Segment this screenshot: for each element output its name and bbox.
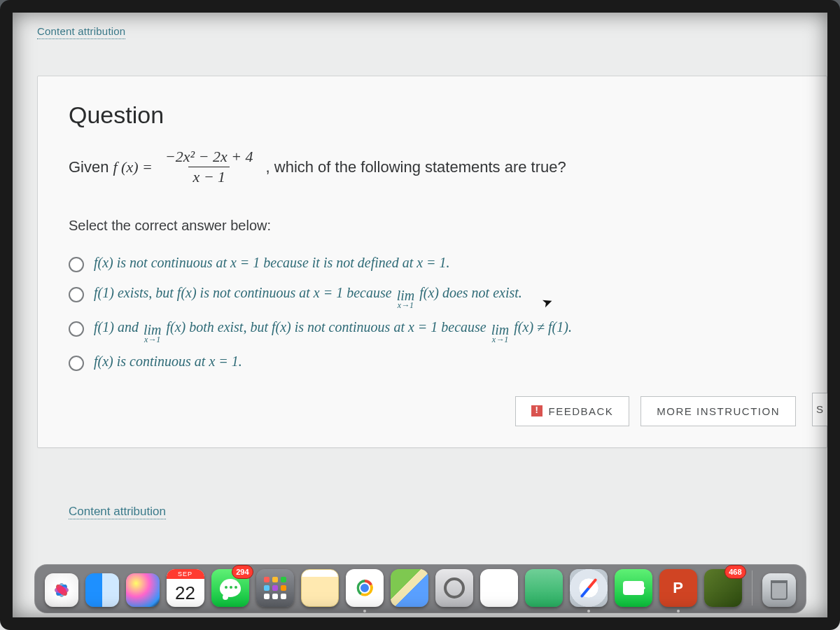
eagle-badge: 468 [724, 565, 746, 579]
option-c-text: f(1) and lim x→1 f(x) both exist, but f(… [94, 319, 572, 341]
question-heading: Question [69, 102, 796, 129]
option-b-text: f(1) exists, but f(x) is not continuous … [94, 285, 522, 307]
option-b[interactable]: f(1) exists, but f(x) is not continuous … [69, 285, 796, 307]
photos-flower-icon [49, 578, 74, 603]
gear-icon [444, 578, 465, 598]
siri-app-icon[interactable] [126, 573, 160, 607]
message-bubble-icon [220, 579, 241, 597]
camera-icon [623, 581, 644, 595]
feedback-label: FEEDBACK [548, 405, 613, 417]
settings-app-icon[interactable] [435, 569, 473, 607]
dock: SEP 22 294 [34, 564, 806, 613]
dock-container: SEP 22 294 [13, 553, 827, 617]
safari-app-icon[interactable] [570, 569, 608, 607]
select-prompt: Select the correct answer below: [69, 218, 796, 234]
limit-notation: lim x→1 [491, 323, 510, 344]
flag-icon [531, 405, 542, 416]
options-group: f(x) is not continuous at x = 1 because … [69, 255, 796, 371]
feedback-button[interactable]: FEEDBACK [515, 396, 629, 426]
eagle-app-icon[interactable]: 468 [704, 569, 742, 607]
message-dots-icon [225, 586, 237, 589]
finder-app-icon[interactable] [85, 573, 119, 607]
question-card: Question Given f (x) = −2x² − 2x + 4 x −… [37, 76, 827, 448]
stem-prefix: Given [69, 158, 108, 176]
radio-icon [69, 287, 84, 302]
option-c-pre: f(1) and [94, 319, 142, 335]
maps-app-icon[interactable] [391, 569, 428, 607]
trash-icon[interactable] [762, 573, 796, 607]
stem-fraction: −2x² − 2x + 4 x − 1 [161, 148, 258, 186]
facetime-app-icon[interactable] [615, 569, 652, 607]
more-instruction-button[interactable]: MORE INSTRUCTION [640, 396, 796, 426]
action-row: FEEDBACK MORE INSTRUCTION [69, 396, 796, 426]
trash-bin-icon [771, 580, 788, 600]
launchpad-app-icon[interactable] [256, 569, 294, 607]
content-attribution-link-top[interactable]: Content attribution [37, 25, 125, 39]
notes-app-icon[interactable] [301, 569, 339, 607]
more-instruction-label: MORE INSTRUCTION [657, 405, 780, 417]
lim-sub: x→1 [398, 302, 414, 309]
launchpad-grid-icon [264, 577, 286, 599]
running-indicator-icon [677, 610, 680, 612]
radio-icon [69, 257, 84, 272]
question-stem: Given f (x) = −2x² − 2x + 4 x − 1 , whic… [69, 148, 796, 186]
option-a-text: f(x) is not continuous at x = 1 because … [94, 255, 450, 271]
powerpoint-letter: P [673, 579, 683, 597]
chrome-app-icon[interactable] [346, 569, 384, 607]
calendar-month-label: SEP [167, 569, 204, 579]
option-c[interactable]: f(1) and lim x→1 f(x) both exist, but f(… [69, 319, 796, 341]
powerpoint-app-icon[interactable]: P [659, 569, 697, 607]
dock-divider [752, 570, 752, 606]
option-b-pre: f(1) exists, but f(x) is not continuous … [94, 285, 396, 300]
option-a[interactable]: f(x) is not continuous at x = 1 because … [69, 255, 796, 272]
stem-suffix: , which of the following statements are … [266, 158, 566, 176]
calendar-day-label: 22 [175, 579, 195, 607]
limit-notation: lim x→1 [397, 289, 415, 309]
compass-needle-icon [580, 578, 597, 598]
stem-func: f (x) = [113, 158, 152, 176]
limit-notation: lim x→1 [144, 323, 162, 344]
radio-icon [69, 321, 84, 337]
fraction-denominator: x − 1 [188, 167, 230, 186]
option-c-mid: f(x) both exist, but f(x) is not continu… [166, 319, 489, 335]
hp-app-icon[interactable] [480, 569, 518, 607]
fraction-numerator: −2x² − 2x + 4 [161, 148, 258, 167]
lim-sub: x→1 [492, 336, 508, 344]
option-c-post: f(x) ≠ f(1). [514, 319, 572, 335]
option-d-text: f(x) is continuous at x = 1. [94, 354, 242, 370]
messages-app-icon[interactable]: 294 [211, 569, 249, 607]
calendar-app-icon[interactable]: SEP 22 [167, 569, 204, 607]
content-attribution-link-bottom[interactable]: Content attribution [69, 505, 166, 519]
running-indicator-icon [587, 610, 590, 612]
option-b-post: f(x) does not exist. [419, 285, 522, 300]
desmos-app-icon[interactable] [525, 569, 563, 607]
lim-sub: x→1 [144, 336, 160, 344]
running-indicator-icon [363, 610, 366, 612]
side-tab-button[interactable]: S [812, 393, 827, 426]
chrome-logo-icon [351, 574, 379, 602]
messages-badge: 294 [232, 565, 253, 579]
option-d[interactable]: f(x) is continuous at x = 1. [69, 354, 796, 371]
radio-icon [69, 356, 84, 371]
photos-app-icon[interactable] [45, 573, 78, 607]
